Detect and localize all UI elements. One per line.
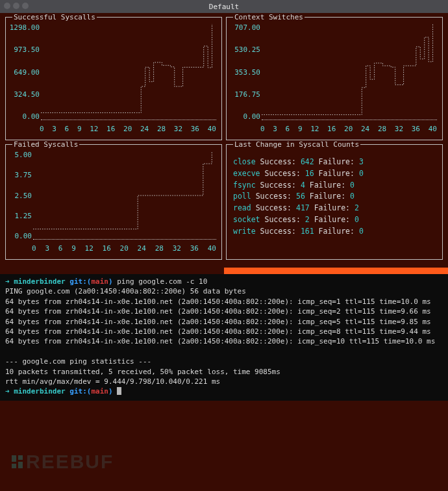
terminal-line: 64 bytes from zrh04s14-in-x0e.1e100.net … — [5, 317, 443, 327]
titlebar[interactable]: Default — [0, 0, 448, 13]
minimize-icon[interactable] — [13, 3, 19, 9]
prompt-git-prefix: git:( — [69, 277, 91, 286]
watermark-logo: REEBUF — [12, 451, 114, 473]
chart-plot — [33, 151, 216, 240]
status-strip — [224, 268, 448, 274]
y-axis: 1298.00 973.50 649.00 324.50 0.00 — [8, 24, 40, 120]
terminal-line: 64 bytes from zrh04s14-in-x0e.1e100.net … — [5, 297, 443, 307]
prompt-git-suffix: ) — [108, 277, 117, 286]
terminal-line: 64 bytes from zrh04s14-in-x0e.1e100.net … — [5, 336, 443, 346]
maximize-icon[interactable] — [22, 3, 29, 9]
charts-pane: 1298.00 973.50 649.00 324.50 0.00 036912… — [0, 13, 448, 268]
close-icon[interactable] — [4, 3, 10, 9]
window-body: 1298.00 973.50 649.00 324.50 0.00 036912… — [0, 13, 448, 491]
prompt-command: ping google.com -c 10 — [117, 277, 207, 286]
prompt-arrow-icon: ➜ — [5, 387, 14, 396]
terminal-output: PING google.com (2a00:1450:400a:802::200… — [5, 286, 443, 346]
prompt-line[interactable]: ➜ minderbinder git:(main) — [5, 386, 443, 396]
panel-syscall-counts: close Success: 642 Failure: 3execve Succ… — [226, 144, 443, 260]
terminal-pane[interactable]: ➜ minderbinder git:(main) ping google.co… — [0, 274, 448, 401]
prompt-git-prefix: git:( — [69, 387, 91, 396]
prompt-branch: main — [91, 387, 108, 396]
x-baseline — [41, 120, 216, 120]
y-axis: 5.00 3.75 2.50 1.25 0.00 — [8, 151, 32, 240]
watermark-text: REEBUF — [26, 451, 114, 473]
prompt-host: minderbinder — [14, 277, 65, 286]
prompt-arrow-icon: ➜ — [5, 277, 14, 286]
panel-context-switches: 707.00 530.25 353.50 176.75 0.00 0369121… — [226, 17, 443, 140]
syscall-count-row: write Success: 161 Failure: 0 — [233, 226, 436, 238]
ping-stats-line: 10 packets transmitted, 5 received, 50% … — [5, 367, 443, 377]
syscall-count-row: poll Success: 56 Failure: 0 — [233, 191, 436, 203]
syscall-count-row: read Success: 417 Failure: 2 — [233, 203, 436, 214]
cursor-icon — [117, 387, 121, 395]
window: Default 1298.00 973.50 649.00 324.50 0.0… — [0, 0, 448, 491]
terminal-line: PING google.com (2a00:1450:400a:802::200… — [5, 286, 443, 296]
ping-stats-line: rtt min/avg/max/mdev = 9.444/9.798/10.04… — [5, 377, 443, 386]
prompt-git-suffix: ) — [108, 387, 117, 396]
terminal-line: 64 bytes from zrh04s14-in-x0e.1e100.net … — [5, 307, 443, 316]
syscall-count-row: execve Success: 16 Failure: 0 — [233, 168, 436, 180]
x-axis: 03691216202428323640 — [260, 125, 437, 133]
chart-plot — [262, 24, 437, 120]
syscall-count-row: socket Success: 2 Failure: 0 — [233, 214, 436, 226]
window-title: Default — [209, 3, 239, 11]
x-baseline — [262, 120, 437, 120]
panel-failed-syscalls: 5.00 3.75 2.50 1.25 0.00 036912162024283… — [5, 144, 222, 260]
window-controls[interactable] — [4, 3, 29, 9]
x-baseline — [33, 239, 216, 240]
syscall-count-row: fsync Success: 4 Failure: 0 — [233, 180, 436, 192]
syscall-counts-list: close Success: 642 Failure: 3execve Succ… — [227, 145, 442, 242]
x-axis: 03691216202428323640 — [40, 125, 216, 133]
x-axis: 03691216202428323640 — [32, 244, 216, 253]
prompt-branch: main — [91, 277, 108, 286]
prompt-host: minderbinder — [14, 387, 65, 396]
y-axis: 707.00 530.25 353.50 176.75 0.00 — [229, 24, 260, 120]
chart-plot — [41, 24, 216, 120]
syscall-count-row: close Success: 642 Failure: 3 — [233, 157, 436, 168]
ping-stats-header: --- google.com ping statistics --- — [5, 357, 443, 366]
panel-successful-syscalls: 1298.00 973.50 649.00 324.50 0.00 036912… — [5, 17, 222, 140]
prompt-line[interactable]: ➜ minderbinder git:(main) ping google.co… — [5, 277, 443, 286]
terminal-line: 64 bytes from zrh04s14-in-x0e.1e100.net … — [5, 327, 443, 336]
